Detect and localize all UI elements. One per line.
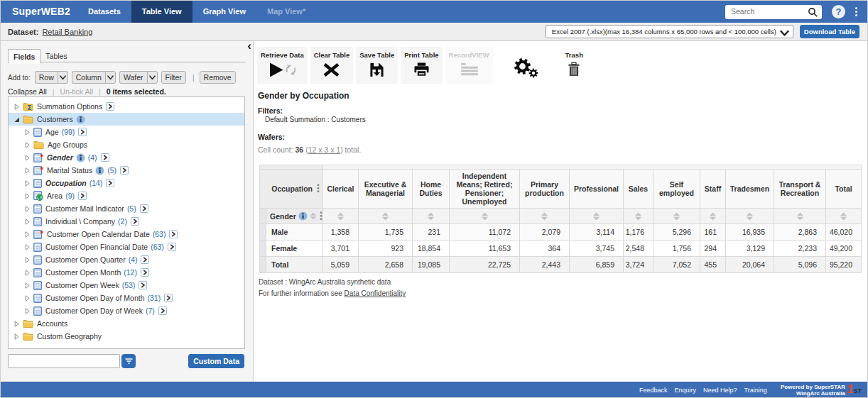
tree-item-label[interactable]: Customer Mail Indicator <box>45 204 124 213</box>
collapse-panel-icon[interactable]: ‹ <box>247 39 251 53</box>
tree-item-label[interactable]: Area <box>47 192 63 200</box>
footer-link-training[interactable]: Training <box>744 387 767 394</box>
tree-item-individual-company[interactable]: Individual \ Company(2) <box>9 215 244 228</box>
column-sort-cell[interactable] <box>624 209 653 224</box>
tree-collapsed-arrow-icon[interactable] <box>24 308 31 314</box>
column-sort-cell[interactable] <box>520 209 570 224</box>
tree-item-customer-open-quarter[interactable]: Customer Open Quarter(4) <box>9 253 244 266</box>
column-header[interactable]: Independent Means; Retired; Pensioner; U… <box>450 170 520 209</box>
column-header[interactable]: Total <box>826 170 862 209</box>
trash-icon[interactable] <box>568 62 580 78</box>
tree-item-customer-open-day-of-month[interactable]: Customer Open Day of Month(31) <box>9 292 244 304</box>
column-sort-cell[interactable] <box>413 209 450 224</box>
save-table-button[interactable]: Save Table <box>356 47 398 84</box>
tree-item-age-groups[interactable]: Age Groups <box>9 138 244 151</box>
untick-all-link[interactable]: Un-tick All <box>60 87 93 96</box>
add-to-wafer-button[interactable]: Wafer <box>119 71 158 84</box>
column-header[interactable]: Home Duties <box>413 170 450 209</box>
column-header[interactable]: Clerical <box>323 170 359 209</box>
tree-item-more-icon[interactable] <box>168 243 176 251</box>
clear-table-button[interactable]: Clear Table <box>310 47 354 84</box>
search-input[interactable] <box>731 6 802 18</box>
tree-item-label[interactable]: Customer Open Day of Month <box>45 294 144 302</box>
tree-collapsed-arrow-icon[interactable] <box>24 180 31 187</box>
add-to-row-label[interactable]: Row <box>35 71 58 84</box>
tree-item-more-icon[interactable] <box>158 306 167 315</box>
print-table-button[interactable]: Print Table <box>401 47 442 84</box>
tree-item-label[interactable]: Age Groups <box>48 140 87 149</box>
search-box[interactable] <box>725 5 822 19</box>
retrieve-data-button[interactable]: Retrieve Data <box>257 47 308 84</box>
column-sort-cell[interactable] <box>726 209 774 224</box>
tree-item-more-icon[interactable] <box>131 217 139 226</box>
filter-button[interactable]: Filter <box>161 71 186 84</box>
info-icon[interactable] <box>76 153 85 162</box>
column-header[interactable]: Staff <box>700 170 726 209</box>
tree-item-label[interactable]: Gender <box>47 153 73 162</box>
column-header[interactable]: Executive & Managerial <box>359 170 413 209</box>
tree-item-more-icon[interactable] <box>139 281 147 289</box>
column-dimension-header[interactable]: Occupation <box>260 170 323 209</box>
add-to-column-label[interactable]: Column <box>72 71 105 84</box>
tree-item-age[interactable]: Age(99) <box>9 126 244 138</box>
overflow-menu-icon[interactable] <box>855 7 858 16</box>
tree-item-customer-open-calendar-date[interactable]: Customer Open Calendar Date(63) <box>9 228 244 241</box>
dataset-link[interactable]: Retail Banking <box>42 28 92 36</box>
footer-link-need-help[interactable]: Need Help? <box>703 387 737 394</box>
sort-icon[interactable] <box>310 212 317 220</box>
tree-item-label[interactable]: Customer Open Calendar Date <box>47 230 150 238</box>
tree-item-label[interactable]: Custom Geography <box>37 332 102 341</box>
tree-item-label[interactable]: Customer Open Week <box>45 281 119 289</box>
column-sort-cell[interactable] <box>359 209 413 224</box>
column-sort-cell[interactable] <box>774 209 826 224</box>
tree-item-gender[interactable]: Gender(4) <box>9 151 244 164</box>
tree-search-input[interactable] <box>8 354 120 368</box>
tree-item-label[interactable]: Customer Open Quarter <box>45 255 126 264</box>
add-to-wafer-label[interactable]: Wafer <box>119 71 147 84</box>
help-icon[interactable]: ? <box>832 5 845 18</box>
tree-item-more-icon[interactable] <box>106 102 114 111</box>
tree-item-label[interactable]: Customer Open Day of Week <box>45 306 143 315</box>
tree-collapsed-arrow-icon[interactable] <box>24 231 31 238</box>
table-options-gears-icon[interactable] <box>514 58 538 79</box>
tree-collapsed-arrow-icon[interactable] <box>24 129 31 136</box>
info-icon[interactable] <box>298 211 308 221</box>
tree-item-label[interactable]: Customers <box>37 115 73 123</box>
tree-item-customer-mail-indicator[interactable]: Customer Mail Indicator(5) <box>9 202 244 215</box>
add-to-column-caret-icon[interactable] <box>105 71 116 84</box>
collapse-all-link[interactable]: Collapse All <box>8 87 47 96</box>
tree-item-accounts[interactable]: Accounts <box>9 317 244 330</box>
tree-item-label[interactable]: Individual \ Company <box>45 217 115 226</box>
tree-item-more-icon[interactable] <box>106 179 114 187</box>
column-sort-cell[interactable] <box>826 209 862 224</box>
row-label[interactable]: Male <box>266 224 323 241</box>
nav-tab-datasets[interactable]: Datasets <box>77 1 131 23</box>
tree-item-more-icon[interactable] <box>169 230 178 238</box>
tree-item-more-icon[interactable] <box>164 294 173 302</box>
column-sort-cell[interactable] <box>570 209 624 224</box>
custom-data-button[interactable]: Custom Data <box>188 354 244 368</box>
tree-collapsed-arrow-icon[interactable] <box>24 244 31 250</box>
tree-item-customer-open-week[interactable]: Customer Open Week(53) <box>9 279 244 292</box>
tree-collapsed-arrow-icon[interactable] <box>24 295 31 302</box>
tree-item-label[interactable]: Accounts <box>37 319 67 328</box>
add-to-row-caret-icon[interactable] <box>58 71 68 84</box>
tree-item-label[interactable]: Customer Open Month <box>45 268 121 277</box>
sidebar-tab-fields[interactable]: Fields <box>8 49 40 64</box>
column-header[interactable]: Self employed <box>653 170 700 209</box>
tree-collapsed-arrow-icon[interactable] <box>24 142 31 148</box>
add-to-column-button[interactable]: Column <box>72 71 116 84</box>
tree-item-more-icon[interactable] <box>140 204 148 213</box>
tree-collapsed-arrow-icon[interactable] <box>13 321 20 327</box>
row-label[interactable]: Total <box>266 257 323 273</box>
tree-collapsed-arrow-icon[interactable] <box>24 206 31 212</box>
tree-item-label[interactable]: Age <box>45 128 59 136</box>
search-icon[interactable] <box>808 7 818 18</box>
column-sort-cell[interactable] <box>323 209 359 224</box>
tree-collapsed-arrow-icon[interactable] <box>24 193 31 199</box>
tree-collapsed-arrow-icon[interactable] <box>13 104 20 110</box>
column-sort-cell[interactable] <box>450 209 520 224</box>
column-header[interactable]: Transport & Recreation <box>774 170 826 209</box>
row-menu-dots-icon[interactable] <box>320 211 322 221</box>
info-icon[interactable] <box>95 166 104 175</box>
